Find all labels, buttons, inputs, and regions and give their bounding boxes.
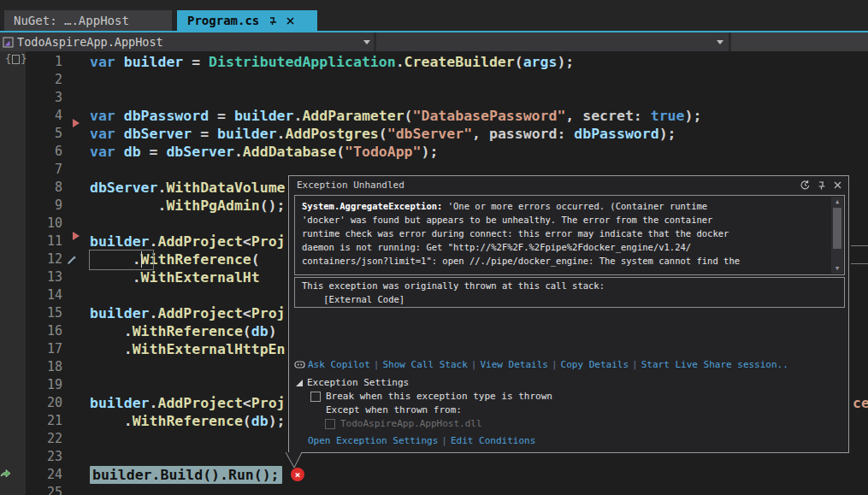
navigation-bar: TodoAspireApp.AppHost <box>0 32 868 51</box>
line-number: 17 <box>0 340 86 358</box>
line-number: 18 <box>0 358 86 376</box>
line-number: 16 <box>0 322 86 340</box>
line-number: 19 <box>0 376 86 394</box>
line-number: 3 <box>0 89 86 107</box>
project-icon <box>3 37 14 48</box>
link-separator: | <box>548 359 561 370</box>
current-line-outline <box>89 250 154 270</box>
line-number: 5 <box>0 125 86 143</box>
line-number: 7 <box>0 161 86 179</box>
close-icon[interactable] <box>832 180 843 193</box>
close-icon[interactable] <box>286 16 295 26</box>
action-link-show-call-stack[interactable]: Show Call Stack <box>382 359 467 370</box>
line-number: 25 <box>0 484 86 495</box>
code-line-3[interactable]: 3 <box>0 89 868 107</box>
exception-helper-popup: Exception Unhandled System.AggregateExce… <box>288 175 849 453</box>
action-links-row: Ask Copilot|Show Call Stack|View Details… <box>294 359 788 370</box>
code-line-25[interactable]: 25 <box>0 484 868 495</box>
tab-program-cs[interactable]: Program.cs <box>177 10 317 31</box>
code-line-6[interactable]: 6var db = dbServer.AddDatabase("TodoApp"… <box>0 143 868 161</box>
line-number: 24 <box>0 466 86 484</box>
line-number: 2 <box>0 71 86 89</box>
link-separator: | <box>370 359 383 370</box>
member-dropdown[interactable] <box>731 32 868 51</box>
line-number: 23 <box>0 448 86 466</box>
line-number: 20 <box>0 394 86 412</box>
open-exception-settings-link[interactable]: Open Exception Settings <box>308 435 438 446</box>
line-number: 13 <box>0 268 86 286</box>
line-number: 1 <box>0 53 86 71</box>
module-checkbox-row[interactable]: TodoAspireApp.AppHost.dll <box>325 418 482 429</box>
code-line-5[interactable]: 5var dbServer = builder.AddPostgres("dbS… <box>0 125 868 143</box>
document-tab-bar: NuGet: ….AppHost Program.cs <box>0 0 868 31</box>
change-marker-icon[interactable] <box>73 232 80 240</box>
edit-conditions-link[interactable]: Edit Conditions <box>451 435 535 446</box>
tab-label: NuGet: ….AppHost <box>14 14 129 27</box>
action-link-view-details[interactable]: View Details <box>480 359 547 370</box>
change-marker-icon[interactable] <box>73 119 80 127</box>
line-number: 6 <box>0 143 86 161</box>
type-dropdown[interactable] <box>376 32 729 51</box>
tab-label: Program.cs <box>187 14 259 27</box>
exception-message-box: System.AggregateException: 'One or more … <box>294 195 845 275</box>
callstack-box: This exception was originally thrown at … <box>294 277 845 308</box>
project-dropdown[interactable]: TodoAspireApp.AppHost <box>0 32 374 51</box>
tab-nuget-apphost[interactable]: NuGet: ….AppHost <box>4 10 172 31</box>
current-statement-arrow-icon[interactable] <box>0 466 11 482</box>
except-when-label: Except when thrown from: <box>326 404 462 415</box>
code-line-1[interactable]: 1var builder = DistributedApplication.Cr… <box>0 53 868 71</box>
exception-message: System.AggregateException: 'One or more … <box>302 199 825 268</box>
code-line-24[interactable]: 24builder.Build().Run(); <box>0 466 868 484</box>
message-scrollbar[interactable]: ▲ ▼ <box>831 197 843 274</box>
line-number: 14 <box>0 286 86 304</box>
line-number: 15 <box>0 304 86 322</box>
chevron-down-icon <box>717 40 723 44</box>
action-link-copy-details[interactable]: Copy Details <box>561 359 629 370</box>
break-checkbox-row[interactable]: Break when this exception type is thrown <box>310 391 552 402</box>
action-link-start-live-share-session[interactable]: Start Live Share session.. <box>641 359 788 370</box>
line-number: 9 <box>0 197 86 215</box>
scrollbar-thumb[interactable] <box>833 208 841 249</box>
action-link-ask-copilot[interactable]: Ask Copilot <box>308 359 370 370</box>
occluded-code-fragment: ce- <box>853 394 868 412</box>
exception-settings-header[interactable]: Exception Settings <box>296 377 409 388</box>
link-separator: | <box>468 359 481 370</box>
edit-pencil-icon <box>66 253 78 269</box>
pin-icon[interactable] <box>816 180 827 193</box>
pin-icon[interactable] <box>267 15 278 27</box>
popup-title: Exception Unhandled <box>297 180 404 191</box>
text-caret <box>141 251 142 268</box>
expander-icon <box>296 380 303 386</box>
code-line-4[interactable]: 4var dbPassword = builder.AddParameter("… <box>0 107 868 125</box>
scroll-up-icon[interactable]: ▲ <box>831 197 843 207</box>
popup-callout-tail <box>283 452 309 473</box>
chevron-down-icon <box>363 40 370 44</box>
code-line-2[interactable]: 2 <box>0 71 868 89</box>
vs-window: NuGet: ….AppHost Program.cs TodoAspireAp… <box>0 0 868 495</box>
copilot-icon <box>294 359 305 370</box>
current-line-outline-fragment <box>851 245 868 264</box>
line-number: 21 <box>0 412 86 430</box>
checkbox-unchecked[interactable] <box>310 392 321 402</box>
link-separator: | <box>629 359 641 370</box>
scroll-down-icon[interactable]: ▼ <box>831 263 843 274</box>
history-icon[interactable] <box>800 180 811 193</box>
project-name: TodoAspireApp.AppHost <box>17 35 163 49</box>
line-number: 8 <box>0 179 86 197</box>
settings-links-row: Open Exception Settings | Edit Condition… <box>308 435 535 446</box>
line-number: 22 <box>0 430 86 448</box>
checkbox-disabled[interactable] <box>325 419 335 429</box>
line-number: 10 <box>0 215 86 233</box>
